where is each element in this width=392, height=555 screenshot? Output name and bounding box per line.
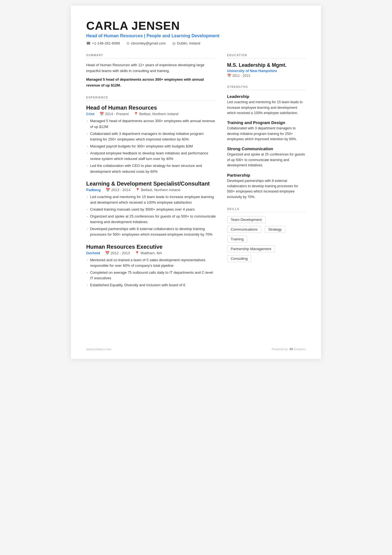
company-3: Gerhold bbox=[86, 251, 100, 255]
job-title-1: Head of Human Resources bbox=[86, 105, 216, 111]
bullet-1-1: Managed 5 head of departments across 300… bbox=[86, 118, 216, 129]
phone-number: +1-148-281-6089 bbox=[92, 41, 120, 45]
company-2: Padberg bbox=[86, 188, 101, 192]
experience-label: EXPERIENCE bbox=[86, 96, 216, 101]
experience-section: EXPERIENCE Head of Human Resources Crist… bbox=[86, 96, 216, 288]
skills-row-3: Training bbox=[227, 236, 306, 245]
bullet-2-4: Developed partnerships with 8 external c… bbox=[86, 226, 216, 237]
footer-brand: Powered by ∞ Enhancv bbox=[272, 346, 306, 352]
strength-desc-1: Led coaching and mentoring for 15 team l… bbox=[227, 100, 306, 116]
strength-name-1: Leadership bbox=[227, 94, 306, 99]
candidate-title: Head of Human Resources | People and Lea… bbox=[86, 33, 306, 38]
edu-dates: 📅 2011 - 2013 bbox=[227, 74, 306, 78]
bullets-2: Led coaching and mentoring for 15 team l… bbox=[86, 194, 216, 238]
pin-icon-2: 📍 bbox=[135, 188, 140, 192]
bullet-2-3: Organized and spoke at 25 conferences fo… bbox=[86, 214, 216, 225]
bullet-3-2: Completed on average 75 outbound calls d… bbox=[86, 270, 216, 281]
location-text: Dublin, Ireland bbox=[177, 41, 200, 45]
strength-3: Strong Communication Organized and spoke… bbox=[227, 146, 306, 168]
dates-3: 📅 2012 - 2013 bbox=[105, 251, 130, 255]
calendar-icon-3: 📅 bbox=[105, 251, 110, 255]
job-entry-3: Human Resources Executive Gerhold 📅 2012… bbox=[86, 244, 216, 288]
bullet-1-5: Led the collaboration with CEO to plan s… bbox=[86, 163, 216, 174]
pin-icon-1: 📍 bbox=[134, 112, 138, 116]
location-1: 📍 Belfast, Northern Ireland bbox=[134, 112, 178, 116]
job-title-3: Human Resources Executive bbox=[86, 244, 216, 250]
bullets-3: Mentored and co-trained a team of 5 sale… bbox=[86, 257, 216, 288]
brand-name: Enhancv bbox=[294, 347, 306, 351]
edu-degree: M.S. Leadership & Mgmt. bbox=[227, 62, 306, 68]
phone-icon: ☎ bbox=[86, 41, 91, 45]
strength-1: Leadership Led coaching and mentoring fo… bbox=[227, 94, 306, 116]
skills-label: SKILLS bbox=[227, 208, 306, 212]
job-entry-2: Learning & Development Specialist/Consul… bbox=[86, 181, 216, 238]
skill-consulting: Consulting bbox=[227, 255, 251, 262]
footer: www.enhancv.com Powered by ∞ Enhancv bbox=[86, 346, 306, 352]
footer-website: www.enhancv.com bbox=[86, 347, 111, 351]
company-1: Crist bbox=[86, 112, 95, 116]
job-meta-1: Crist 📅 2014 - Present 📍 Belfast, Northe… bbox=[86, 112, 216, 116]
location-item: ◎ Dublin, Ireland bbox=[172, 41, 200, 45]
calendar-icon-2: 📅 bbox=[106, 188, 110, 192]
left-column: SUMMARY Head of Human Resources with 12+… bbox=[86, 54, 216, 296]
education-section: EDUCATION M.S. Leadership & Mgmt. Univer… bbox=[227, 54, 306, 78]
enhancv-logo: ∞ Enhancv bbox=[289, 346, 306, 352]
skill-partnership-management: Partnership Management bbox=[227, 245, 275, 252]
main-layout: SUMMARY Head of Human Resources with 12+… bbox=[86, 54, 306, 296]
summary-section: SUMMARY Head of Human Resources with 12+… bbox=[86, 54, 216, 88]
email-icon: ⊙ bbox=[126, 41, 130, 45]
strengths-section: STRENGTHS Leadership Led coaching and me… bbox=[227, 85, 306, 200]
bullet-1-3: Managed payroll budgets for 300+ employe… bbox=[86, 144, 216, 149]
infinity-icon: ∞ bbox=[289, 346, 293, 352]
bullet-1-2: Collaborated with 3 department managers … bbox=[86, 131, 216, 142]
skills-row-5: Consulting bbox=[227, 255, 306, 264]
resume-page: CARLA JENSEN Head of Human Resources | P… bbox=[71, 6, 321, 359]
location-2: 📍 Belfast, Northern Ireland bbox=[135, 188, 180, 192]
summary-text: Head of Human Resources with 12+ years o… bbox=[86, 62, 216, 74]
email-item: ⊙ cbromley@gmail.com bbox=[126, 41, 166, 45]
bullet-2-2: Created training manuals used by 3000+ e… bbox=[86, 207, 216, 212]
bullet-3-3: Established Equality, Diversity and Incl… bbox=[86, 282, 216, 288]
strength-name-2: Training and Program Design bbox=[227, 120, 306, 125]
skills-row-1: Team Development bbox=[227, 216, 306, 225]
strength-desc-4: Developed partnerships with 8 external c… bbox=[227, 178, 306, 200]
skill-team-development: Team Development bbox=[227, 216, 266, 223]
strength-2: Training and Program Design Collaborated… bbox=[227, 120, 306, 142]
skills-section: SKILLS Team Development Communications S… bbox=[227, 208, 306, 264]
education-label: EDUCATION bbox=[227, 54, 306, 58]
strength-desc-3: Organized and spoke at 25 conferences fo… bbox=[227, 152, 306, 168]
skill-communications: Communications bbox=[227, 226, 261, 233]
skills-row-2: Communications Strategy bbox=[227, 226, 306, 235]
skill-strategy: Strategy bbox=[265, 226, 285, 233]
header-section: CARLA JENSEN Head of Human Resources | P… bbox=[86, 19, 306, 45]
right-column: EDUCATION M.S. Leadership & Mgmt. Univer… bbox=[227, 54, 306, 296]
skill-training: Training bbox=[227, 236, 247, 243]
summary-label: SUMMARY bbox=[86, 54, 216, 58]
bullet-3-1: Mentored and co-trained a team of 5 sale… bbox=[86, 257, 216, 268]
location-3: 📍 Waltham, MA bbox=[135, 251, 162, 255]
email-address: cbromley@gmail.com bbox=[131, 41, 166, 45]
dates-2: 📅 2013 - 2014 bbox=[106, 188, 130, 192]
strength-name-4: Partnership bbox=[227, 173, 306, 177]
dates-1: 📅 2014 - Present bbox=[100, 112, 129, 116]
skills-row-4: Partnership Management bbox=[227, 245, 306, 255]
candidate-name: CARLA JENSEN bbox=[86, 19, 306, 32]
bullets-1: Managed 5 head of departments across 300… bbox=[86, 118, 216, 174]
strengths-label: STRENGTHS bbox=[227, 85, 306, 90]
edu-school: University of New Hampshire bbox=[227, 69, 306, 73]
pin-icon-3: 📍 bbox=[135, 251, 139, 255]
strength-desc-2: Collaborated with 3 department managers … bbox=[227, 126, 306, 142]
powered-by-text: Powered by bbox=[272, 347, 288, 351]
phone-item: ☎ +1-148-281-6089 bbox=[86, 41, 120, 45]
edu-calendar-icon: 📅 bbox=[227, 74, 231, 78]
bullet-2-1: Led coaching and mentoring for 15 team l… bbox=[86, 194, 216, 205]
job-entry-1: Head of Human Resources Crist 📅 2014 - P… bbox=[86, 105, 216, 174]
bullet-1-4: Analyzed employee feedback to develop te… bbox=[86, 151, 216, 162]
location-icon: ◎ bbox=[172, 41, 175, 45]
calendar-icon-1: 📅 bbox=[100, 112, 104, 116]
job-title-2: Learning & Development Specialist/Consul… bbox=[86, 181, 216, 187]
job-meta-3: Gerhold 📅 2012 - 2013 📍 Waltham, MA bbox=[86, 251, 216, 255]
contact-row: ☎ +1-148-281-6089 ⊙ cbromley@gmail.com ◎… bbox=[86, 41, 306, 45]
strength-4: Partnership Developed partnerships with … bbox=[227, 173, 306, 200]
strength-name-3: Strong Communication bbox=[227, 146, 306, 151]
